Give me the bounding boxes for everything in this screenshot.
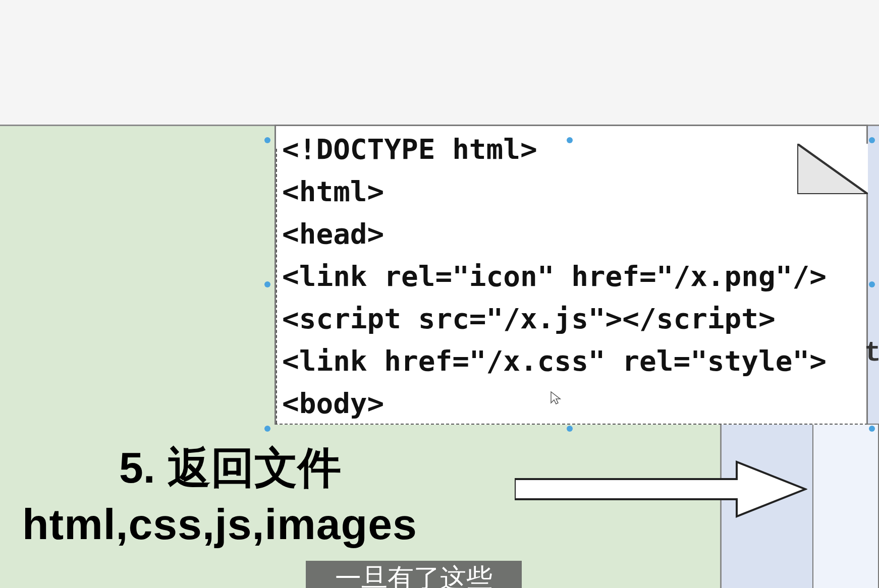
- code-content: <!DOCTYPE html> <html> <head> <link rel=…: [282, 128, 860, 425]
- selection-handle[interactable]: [264, 281, 270, 287]
- video-subtitle: 一旦有了这些: [306, 561, 522, 588]
- selection-handle[interactable]: [264, 426, 270, 432]
- peek-char: t: [864, 337, 879, 369]
- svg-marker-4: [515, 462, 805, 516]
- dog-ear-icon: [797, 144, 868, 194]
- arrow-right-icon: [515, 459, 807, 519]
- step-subtitle: html,css,js,images: [22, 499, 417, 549]
- selection-handle[interactable]: [869, 281, 875, 287]
- svg-marker-5: [551, 392, 560, 404]
- selection-handle[interactable]: [567, 137, 573, 143]
- dashed-border: [276, 149, 277, 424]
- step-title: 5. 返回文件: [119, 439, 341, 498]
- selection-handle[interactable]: [264, 137, 270, 143]
- target-panel-inner: [812, 424, 879, 588]
- video-subtitle-text: 一旦有了这些: [335, 561, 492, 588]
- selection-handle[interactable]: [869, 426, 875, 432]
- selection-handle[interactable]: [567, 426, 573, 432]
- html-document-box[interactable]: <!DOCTYPE html> <html> <head> <link rel=…: [274, 125, 868, 425]
- cursor-icon: [550, 391, 561, 405]
- selection-handle[interactable]: [869, 137, 875, 143]
